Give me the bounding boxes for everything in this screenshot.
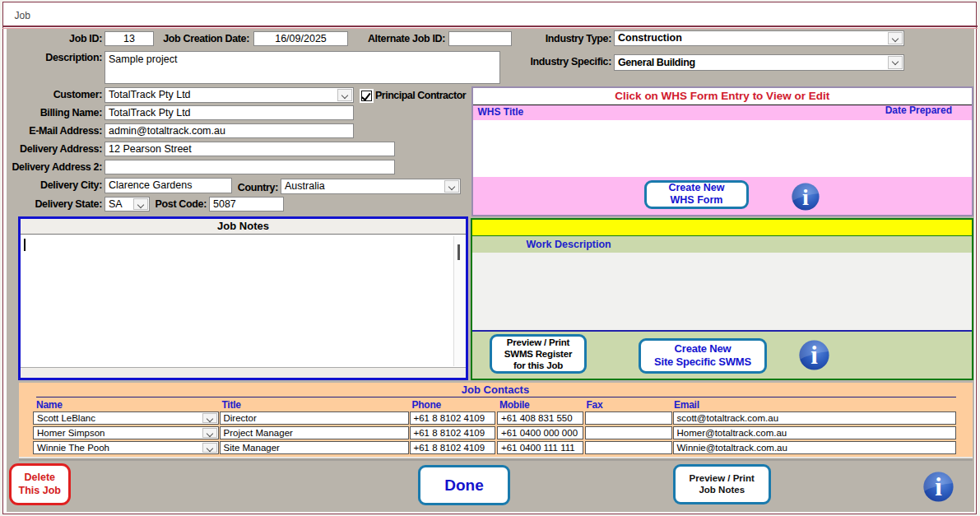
svg-text:i: i (810, 342, 818, 370)
svg-text:i: i (802, 184, 809, 210)
svg-text:i: i (935, 473, 942, 501)
